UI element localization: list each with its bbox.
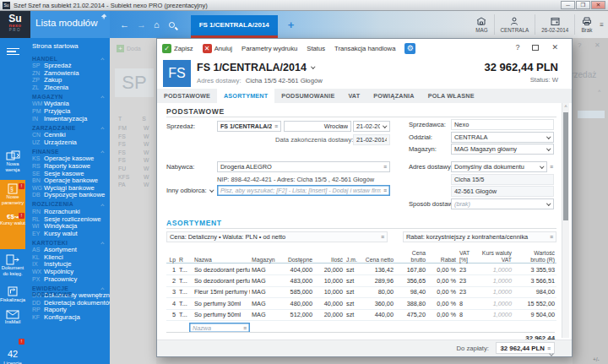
search-icon[interactable]: [169, 22, 175, 28]
column-header-kurs[interactable]: Kurs waluty VAT: [475, 250, 513, 263]
menu-icon[interactable]: ≡: [274, 123, 278, 129]
sidebar-section-title[interactable]: HANDEL: [25, 53, 110, 62]
tab-podsumowanie[interactable]: PODSUMOWANIE: [274, 89, 341, 103]
collapse-menu-icon[interactable]: [0, 45, 25, 60]
sidebar-item-dd[interactable]: DDDekretacja dokumentów: [25, 300, 110, 307]
sidebar-item-zn[interactable]: ZNZamówienia: [25, 70, 110, 78]
menu-icon[interactable]: ≡: [381, 234, 384, 240]
column-header-r[interactable]: R: [177, 257, 193, 263]
licenses-button[interactable]: 42 Licencje: [0, 345, 25, 364]
table-row[interactable]: 5T...So perfumy 50mlMAG512,00020,000szt4…: [166, 310, 556, 321]
close-button[interactable]: ✕: [591, 1, 605, 9]
sidebar-item-ey[interactable]: EYKursy walut: [25, 231, 110, 238]
sidebar-section-title[interactable]: KARTOTEKI: [25, 237, 110, 247]
seller-field[interactable]: Nexo: [451, 119, 554, 130]
tab-powiazania[interactable]: POWIĄZANIA: [366, 89, 421, 103]
column-header-wartosc[interactable]: Wartość brutto (R): [513, 250, 556, 263]
tab-podstawowe[interactable]: PODSTAWOWE: [157, 89, 217, 103]
sidebar-section-title[interactable]: ZARZĄDZANIE: [25, 122, 110, 132]
tab-vat[interactable]: VAT: [341, 89, 366, 103]
table-row[interactable]: 4T...So perfumy 30mlMAG480,00040,000szt3…: [166, 298, 556, 309]
sidebar-item-kf[interactable]: KFKonfiguracja: [25, 314, 110, 322]
restore-button[interactable]: ❐: [576, 1, 590, 9]
maximize-icon[interactable]: [532, 45, 539, 51]
minimize-button[interactable]: ─: [561, 1, 575, 9]
address-line2-field[interactable]: Cicha 15/5: [451, 174, 554, 185]
address-line3-field[interactable]: 42-561 Głogów: [451, 186, 554, 197]
table-row[interactable]: 3T...Fleur 15ml perfumy t...MAG585,00010…: [166, 287, 556, 298]
menu-icon[interactable]: ≡: [383, 164, 387, 170]
column-header-magazyn[interactable]: Magazyn: [250, 257, 280, 263]
column-header-rabat[interactable]: Rabat: [427, 257, 458, 263]
scroll-up-icon[interactable]: ˄: [562, 104, 569, 109]
column-header-lp[interactable]: Lp: [166, 257, 177, 263]
column-header-cena_brutto[interactable]: Cena brutto: [395, 250, 427, 263]
date-context[interactable]: 26-02-2014: [535, 14, 574, 35]
home-icon[interactable]: ⌂: [154, 19, 160, 30]
sidebar-item-zl[interactable]: ZLZlecenia: [25, 84, 110, 92]
fiscalization-button[interactable]: Fiskalizacja: [0, 285, 25, 303]
delivery-end-field[interactable]: 21-02-2014: [353, 134, 390, 145]
menu-icon[interactable]: ≡: [550, 161, 553, 172]
sidebar-item-db[interactable]: DBDyspozycje bankowe: [25, 192, 110, 199]
sidebar-section-title[interactable]: EWIDENCJE DODATKOWE: [25, 283, 110, 292]
save-button[interactable]: Zapisz: [174, 45, 193, 52]
forward-icon[interactable]: →: [137, 19, 146, 30]
table-row[interactable]: 2T...So dezodorant perfu...MAG483,00010,…: [166, 275, 556, 286]
sidebar-item-uz[interactable]: UZUrządzenia: [25, 139, 110, 147]
branch-field[interactable]: CENTRALA: [451, 132, 554, 143]
document-to-ledger-button[interactable]: Dokument do księg.: [0, 254, 25, 276]
help-icon[interactable]: ?: [515, 43, 519, 52]
dialog-scrollbar[interactable]: ˄: [562, 103, 569, 338]
tab-pola-wlasne[interactable]: POLA WŁASNE: [421, 89, 481, 103]
printer-context[interactable]: Brak: [574, 14, 598, 35]
doc-title[interactable]: FS 1/CENTRALA/2014: [197, 62, 315, 73]
sidebar-section-title[interactable]: ROZLICZENIA: [25, 199, 110, 209]
new-version-button[interactable]: Nowa wersja: [0, 150, 25, 172]
sidebar-item-px[interactable]: PXPracownicy: [25, 276, 110, 284]
column-header-jm[interactable]: J.m.: [345, 257, 360, 263]
back-icon[interactable]: ←: [120, 19, 129, 30]
menu-icon[interactable]: ≡: [383, 187, 387, 193]
delivery-address-field[interactable]: Domyślny dla dokumentu: [451, 161, 547, 172]
buyer-field[interactable]: Drogeria ALEGRO ≡: [217, 161, 390, 172]
print-params-button[interactable]: Parametry wydruku: [242, 45, 297, 52]
sidebar-section-title[interactable]: MAGAZYN: [25, 91, 110, 101]
gear-icon[interactable]: ⚙: [404, 43, 415, 54]
branch-context[interactable]: CENTRALA: [494, 14, 535, 35]
tab-document[interactable]: FS 1/CENTRALA/2014: [191, 15, 278, 38]
menu-icon[interactable]: ≡: [550, 234, 553, 240]
date-field[interactable]: 21-02-2014: [353, 121, 390, 132]
status-button[interactable]: Status: [307, 45, 325, 52]
cancel-button[interactable]: Anuluj: [214, 45, 232, 52]
sidebar-item-as[interactable]: ASAsortyment: [25, 247, 110, 254]
other-recipient-field[interactable]: Pisz, aby wyszukać; [F2] - Lista; [Inser…: [217, 185, 390, 196]
transaction-button[interactable]: Transakcja handlowa: [334, 45, 395, 52]
sidebar-item-in[interactable]: INInwentaryzacja: [25, 116, 110, 123]
price-mode-field[interactable]: Cena: Detaliczny • Waluta: PLN • od nett…: [166, 231, 388, 242]
tab-asortyment[interactable]: ASORTYMENT: [217, 89, 274, 103]
column-header-cena_netto[interactable]: Cena netto: [360, 257, 395, 263]
amount-due-field[interactable]: 32 962,44 PLN ≡: [496, 342, 555, 354]
overflow-icon[interactable]: ≡: [598, 21, 606, 29]
menu-icon[interactable]: ≡: [243, 325, 247, 331]
discount-mode-field[interactable]: Rabat: korzystniejszy z kontrahenta/cenn…: [403, 231, 556, 242]
column-header-dostepne[interactable]: Dostępne: [280, 257, 314, 263]
sidebar-item-strona-startowa[interactable]: Strona startowa: [25, 41, 110, 53]
warehouse-context[interactable]: MAG: [470, 14, 493, 35]
column-header-vat[interactable]: VAT [%]: [458, 250, 475, 263]
doc-number-field[interactable]: FS 1/CENTRALA/2014 ≡: [217, 121, 281, 132]
delivery-method-field[interactable]: (brak): [451, 198, 554, 209]
sidebar-section-title[interactable]: FINANSE: [25, 146, 110, 155]
pin-icon[interactable]: [100, 14, 107, 20]
menu-icon[interactable]: ≡: [547, 345, 551, 351]
column-header-ilosc[interactable]: Ilość: [314, 257, 345, 263]
scrollbar-thumb[interactable]: [563, 112, 568, 220]
column-header-nazwa[interactable]: Nazwa: [193, 257, 250, 263]
new-tab-button[interactable]: +: [288, 19, 295, 31]
city-field[interactable]: Wrocław: [284, 121, 351, 132]
warehouse-field[interactable]: MAG Magazyn główny: [451, 144, 554, 155]
table-row[interactable]: 1T...So dezodorant perfu...MAG404,00020,…: [166, 264, 556, 275]
insmail-button[interactable]: InsMail: [0, 310, 25, 325]
chevron-down-icon[interactable]: [209, 187, 214, 192]
